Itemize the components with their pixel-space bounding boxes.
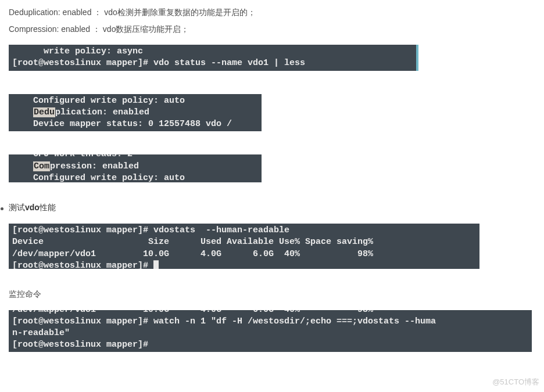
term2-line3: Device mapper status: 0 12557488 vdo / bbox=[12, 119, 232, 129]
term3-rest: pression: enabled bbox=[50, 161, 139, 171]
terminal-block-3: CPU-work threads: 2 Compression: enabled… bbox=[9, 154, 262, 182]
term5-line2: [root@westoslinux mapper]# watch -n 1 "d… bbox=[12, 317, 436, 326]
desc-dedup: Deduplication: enabled ： vdo检测并删除重复数据的功能… bbox=[9, 5, 535, 20]
terminal-block-2: Configured write policy: auto Deduplicat… bbox=[9, 94, 262, 132]
term2-hl: Dedu bbox=[33, 107, 55, 117]
term4-line2: Device Size Used Available Use% Space sa… bbox=[12, 237, 373, 247]
bullet-dot-icon bbox=[1, 207, 3, 210]
term5-line1: /dev/mapper/vdo1 10.0G 4.0G 6.0G 40% 98% bbox=[12, 310, 373, 315]
bullet-test-vdo: 测试vdo性能 bbox=[1, 200, 535, 215]
term2-rest: plication: enabled bbox=[55, 107, 149, 117]
term5-line4: [root@westoslinux mapper]# bbox=[12, 340, 148, 350]
bullet-post: 性能 bbox=[40, 203, 56, 212]
terminal-block-4: [root@westoslinux mapper]# vdostats --hu… bbox=[9, 224, 479, 269]
term2-line1: Configured write policy: auto bbox=[12, 96, 185, 106]
term4-line1: [root@westoslinux mapper]# vdostats --hu… bbox=[12, 225, 289, 235]
term5-line3: n-readable" bbox=[12, 328, 70, 338]
bullet-pre: 测试 bbox=[9, 203, 25, 212]
term1-line1: write policy: async bbox=[12, 46, 143, 56]
desc-comp: Compression: enabled ： vdo数据压缩功能开启； bbox=[9, 21, 535, 37]
terminal-block-5: /dev/mapper/vdo1 10.0G 4.0G 6.0G 40% 98%… bbox=[9, 310, 532, 352]
term4-line3: /dev/mapper/vdo1 10.0G 4.0G 6.0G 40% 98% bbox=[12, 249, 373, 259]
bullet-bold: vdo bbox=[25, 203, 40, 212]
label-monitor: 监控命令 bbox=[9, 286, 535, 302]
term3-line3: Configured write policy: auto bbox=[12, 173, 185, 183]
term3-hl: Com bbox=[33, 161, 50, 171]
terminal-block-1: write policy: async [root@westoslinux ma… bbox=[9, 45, 418, 71]
term1-line2: [root@westoslinux mapper]# vdo status --… bbox=[12, 58, 305, 68]
term3-line1: CPU-work threads: 2 bbox=[12, 154, 133, 159]
term4-line4: [root@westoslinux mapper]# █ bbox=[12, 261, 159, 269]
